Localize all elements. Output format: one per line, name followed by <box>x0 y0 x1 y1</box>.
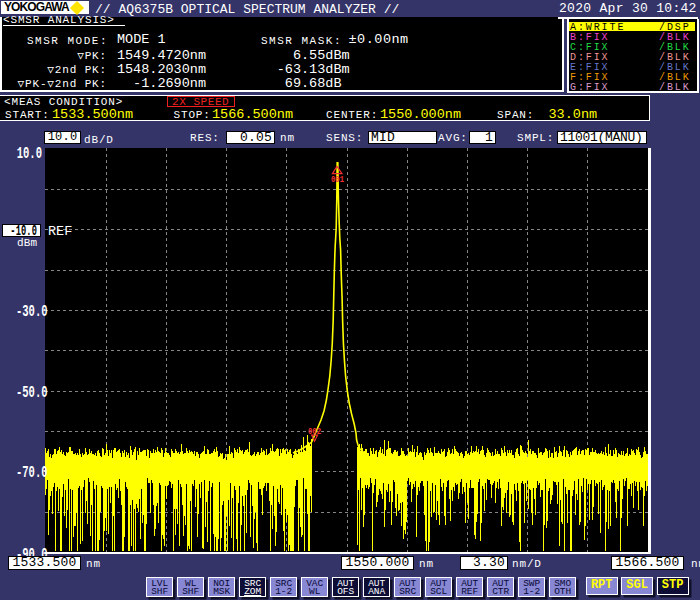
svg-text:001: 001 <box>331 174 344 185</box>
svg-text:002: 002 <box>308 426 321 437</box>
